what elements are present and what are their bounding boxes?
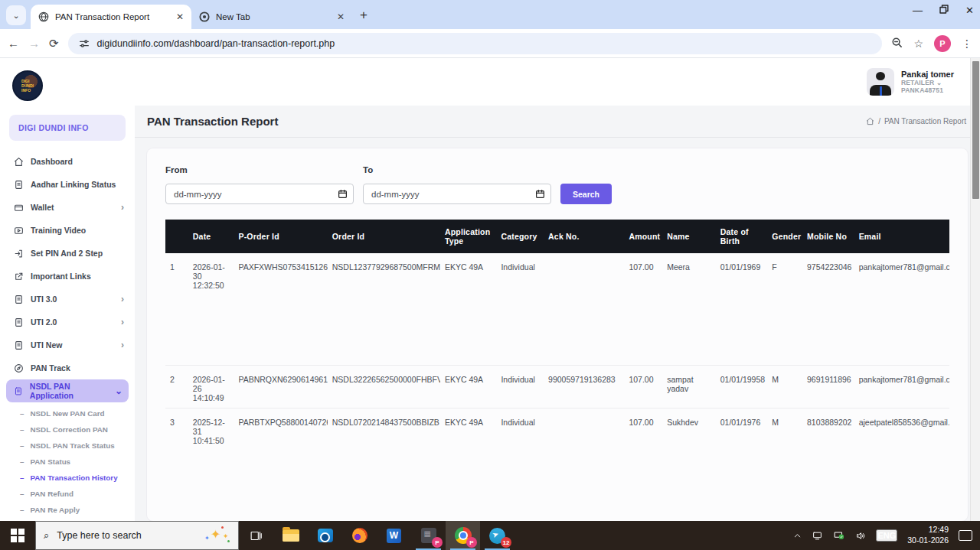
document-icon bbox=[14, 317, 24, 327]
profile-badge: P bbox=[466, 537, 477, 548]
tab-close-icon[interactable]: ✕ bbox=[337, 11, 345, 22]
table-cell: NSDL12377929687500MFRMH bbox=[328, 253, 440, 365]
bookmark-star-icon[interactable]: ☆ bbox=[913, 37, 923, 50]
table-cell: F bbox=[767, 253, 802, 365]
sidebar-item-set-pin[interactable]: Set PIN And 2 Step bbox=[0, 242, 135, 265]
forward-button[interactable]: → bbox=[28, 37, 40, 50]
new-tab-button[interactable]: + bbox=[360, 8, 368, 23]
main-content: Pankaj tomer RETAILER ⌄ PANKA48751 PAN T… bbox=[135, 58, 980, 521]
from-label: From bbox=[165, 165, 354, 174]
sidebar-subitem[interactable]: –NSDL Correction PAN bbox=[0, 421, 135, 438]
zoom-icon[interactable] bbox=[891, 37, 903, 50]
tray-expand-icon[interactable] bbox=[793, 532, 802, 540]
window-minimize-button[interactable]: — bbox=[913, 5, 923, 16]
transaction-table: DateP-Order IdOrder IdApplication TypeCa… bbox=[165, 220, 949, 521]
dash-icon: – bbox=[20, 425, 24, 434]
sidebar-item-aadhar-linking-status[interactable]: Aadhar Linking Status bbox=[0, 173, 135, 196]
sidebar-item-nsdl-pan-application[interactable]: NSDL PAN Application ⌄ bbox=[6, 379, 129, 402]
tab-title: PAN Transaction Report bbox=[55, 12, 170, 21]
sidebar-subitem[interactable]: –NSDL PAN Track Status bbox=[0, 438, 135, 454]
to-date-input[interactable] bbox=[363, 184, 551, 204]
network-tray-icon[interactable] bbox=[833, 530, 845, 541]
sidebar-item-wallet[interactable]: Wallet › bbox=[0, 196, 135, 219]
scrollbar-thumb[interactable] bbox=[972, 61, 979, 199]
table-row: 22026-01-2614:10:49PABNRQXN62906149612NS… bbox=[165, 365, 949, 408]
user-menu[interactable]: Pankaj tomer RETAILER ⌄ PANKA48751 bbox=[867, 68, 954, 96]
task-view-button[interactable] bbox=[239, 521, 273, 550]
window-restore-button[interactable] bbox=[939, 5, 949, 16]
language-indicator[interactable]: ENG bbox=[876, 529, 897, 542]
sidebar-item-label: NSDL PAN Application bbox=[30, 382, 108, 400]
calendar-icon[interactable] bbox=[338, 189, 348, 199]
sidebar-item-label: Set PIN And 2 Step bbox=[31, 249, 103, 258]
pinned-app-button[interactable]: P bbox=[411, 521, 446, 550]
search-icon: ⌕ bbox=[44, 529, 49, 542]
page-scrollbar[interactable] bbox=[970, 58, 980, 521]
sidebar-item-training-video[interactable]: Training Video bbox=[0, 219, 135, 242]
sidebar-item-label: Dashboard bbox=[31, 157, 73, 166]
back-button[interactable]: ← bbox=[8, 37, 19, 50]
home-icon[interactable] bbox=[866, 117, 874, 125]
reload-button[interactable]: ⟳ bbox=[49, 37, 59, 50]
firefox-button[interactable] bbox=[342, 521, 377, 550]
volume-tray-icon[interactable] bbox=[855, 531, 866, 541]
telegram-button[interactable]: 12 bbox=[480, 521, 514, 550]
table-cell: 8103889202 bbox=[802, 408, 854, 521]
sidebar-item-label: Wallet bbox=[31, 203, 54, 212]
browser-menu-icon[interactable]: ⋮ bbox=[962, 37, 972, 50]
tab-new-tab[interactable]: New Tab ✕ bbox=[191, 5, 352, 29]
search-button[interactable]: Search bbox=[560, 184, 612, 204]
sidebar-subitem[interactable]: –PAN Re Apply bbox=[0, 502, 135, 518]
outlook-button[interactable] bbox=[308, 521, 342, 550]
sidebar-subnav: –NSDL New PAN Card–NSDL Correction PAN–N… bbox=[0, 405, 135, 518]
sidebar-subitem[interactable]: –NSDL New PAN Card bbox=[0, 405, 135, 421]
site-settings-icon bbox=[79, 38, 90, 49]
sidebar-item-uti-new[interactable]: UTI New › bbox=[0, 334, 135, 356]
sidebar-item-dashboard[interactable]: Dashboard bbox=[0, 150, 135, 173]
word-button[interactable]: W bbox=[377, 521, 411, 550]
table-cell: M bbox=[767, 408, 802, 521]
table-cell: NSDL07202148437500BBIZB bbox=[328, 408, 440, 521]
app-logo[interactable]: DIGIDUNDIINFO bbox=[12, 70, 43, 101]
zoom-out-icon bbox=[891, 37, 903, 48]
table-cell: 1 bbox=[165, 253, 188, 365]
chevron-right-icon: › bbox=[121, 295, 124, 304]
action-center-button[interactable] bbox=[959, 530, 972, 541]
browser-profile-avatar[interactable]: P bbox=[934, 35, 951, 52]
notification-icon bbox=[959, 530, 972, 541]
tab-close-icon[interactable]: ✕ bbox=[176, 11, 184, 22]
chrome-button[interactable]: P bbox=[446, 521, 480, 550]
windows-taskbar: ⌕ Type here to search ✦✦✦ W P P 12 bbox=[0, 521, 980, 550]
sidebar-subitem-label: NSDL Correction PAN bbox=[30, 425, 107, 434]
table-cell: 2025-12-3110:41:50 bbox=[188, 408, 234, 521]
tab-search-button[interactable]: ⌄ bbox=[6, 5, 26, 25]
display-tray-icon[interactable] bbox=[812, 531, 823, 541]
url-bar[interactable]: digidundiinfo.com/dashboard/pan-transact… bbox=[68, 33, 883, 54]
sidebar-subitem[interactable]: –PAN Status bbox=[0, 454, 135, 470]
table-cell: 107.00 bbox=[624, 408, 662, 521]
sidebar-item-uti-30[interactable]: UTI 3.0 › bbox=[0, 288, 135, 311]
calendar-icon[interactable] bbox=[535, 189, 545, 199]
sidebar-item-uti-20[interactable]: UTI 2.0 › bbox=[0, 311, 135, 334]
table-cell: PARBTXPQ58800140726 bbox=[234, 408, 327, 521]
clock-date: 30-01-2026 bbox=[907, 535, 949, 545]
table-column-header: Email bbox=[854, 220, 949, 253]
home-icon bbox=[14, 157, 24, 167]
window-close-button[interactable]: ✕ bbox=[965, 5, 974, 16]
sidebar-brand[interactable]: DIGI DUNDI INFO bbox=[9, 115, 126, 141]
page-titlebar: PAN Transaction Report / PAN Transaction… bbox=[135, 106, 980, 138]
notification-count-badge: 12 bbox=[501, 537, 511, 548]
table-header: DateP-Order IdOrder IdApplication TypeCa… bbox=[165, 220, 949, 253]
taskbar-search[interactable]: ⌕ Type here to search ✦✦✦ bbox=[35, 521, 239, 550]
file-explorer-button[interactable] bbox=[273, 521, 308, 550]
sidebar-item-pan-track[interactable]: PAN Track bbox=[0, 356, 135, 379]
sidebar-item-important-links[interactable]: Important Links bbox=[0, 265, 135, 288]
page-title: PAN Transaction Report bbox=[147, 115, 278, 128]
start-button[interactable] bbox=[0, 521, 35, 550]
sidebar-subitem[interactable]: –PAN Refund bbox=[0, 486, 135, 502]
sidebar-subitem[interactable]: –PAN Transaction History bbox=[0, 470, 135, 486]
taskbar-clock[interactable]: 12:49 30-01-2026 bbox=[907, 525, 949, 545]
table-column-header: Order Id bbox=[328, 220, 440, 253]
tab-pan-transaction-report[interactable]: PAN Transaction Report ✕ bbox=[31, 5, 191, 29]
from-date-input[interactable] bbox=[165, 184, 354, 204]
